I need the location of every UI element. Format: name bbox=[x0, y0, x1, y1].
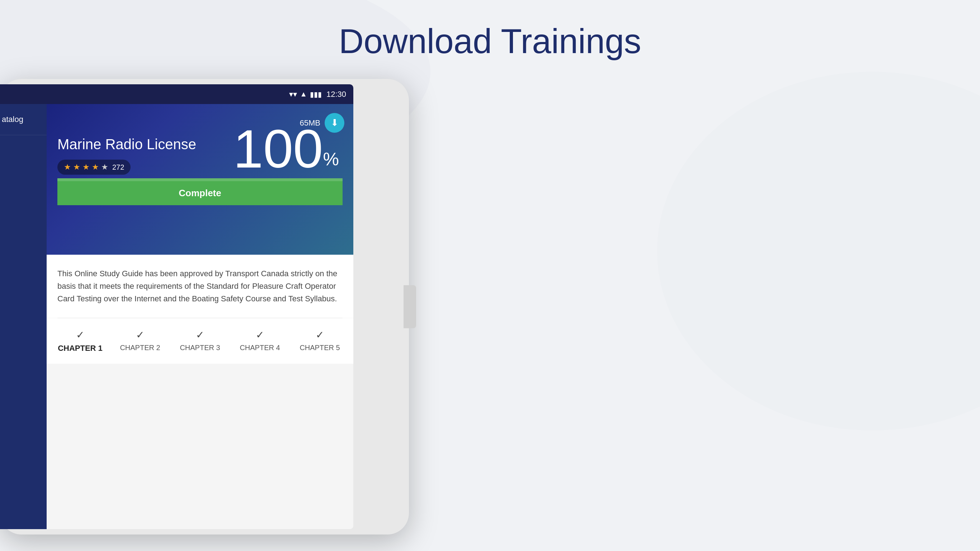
chapter-item-5: ✓ CHAPTER 5 bbox=[290, 329, 350, 353]
percentage-symbol: % bbox=[323, 149, 339, 169]
chapter-3-check: ✓ bbox=[196, 329, 204, 341]
course-description: This Online Study Guide has been approve… bbox=[47, 255, 353, 318]
tablet-container: ▾▾ ▲ ▮▮▮ 12:30 atalog 65MB bbox=[0, 79, 416, 538]
chapter-1-check: ✓ bbox=[76, 329, 84, 341]
tablet-screen: ▾▾ ▲ ▮▮▮ 12:30 atalog 65MB bbox=[0, 84, 353, 529]
chapter-5-label: CHAPTER 5 bbox=[299, 344, 340, 352]
description-text: This Online Study Guide has been approve… bbox=[57, 267, 342, 305]
signal-icon: ▲ bbox=[300, 90, 307, 98]
star-5: ★ bbox=[101, 162, 108, 172]
star-1: ★ bbox=[64, 162, 71, 172]
status-icons: ▾▾ ▲ ▮▮▮ 12:30 bbox=[289, 90, 346, 99]
percentage-number: 100 bbox=[233, 119, 323, 179]
chapter-1-label: CHAPTER 1 bbox=[58, 344, 103, 353]
chapter-item-4: ✓ CHAPTER 4 bbox=[230, 329, 290, 353]
tablet-shell: ▾▾ ▲ ▮▮▮ 12:30 atalog 65MB bbox=[0, 79, 409, 535]
page-title: Download Trainings bbox=[339, 22, 641, 61]
star-4: ★ bbox=[92, 162, 99, 172]
tablet-side-button bbox=[404, 285, 416, 328]
status-bar: ▾▾ ▲ ▮▮▮ 12:30 bbox=[0, 84, 353, 104]
chapter-item-3: ✓ CHAPTER 3 bbox=[170, 329, 230, 353]
chapters-row: ✓ CHAPTER 1 ✓ CHAPTER 2 ✓ CHAPTER 3 ✓ CH… bbox=[47, 318, 353, 364]
chapter-item-2: ✓ CHAPTER 2 bbox=[110, 329, 170, 353]
wifi-icon: ▾▾ bbox=[289, 90, 297, 99]
chapter-2-check: ✓ bbox=[136, 329, 144, 341]
star-2: ★ bbox=[73, 162, 80, 172]
chapter-5-check: ✓ bbox=[316, 329, 324, 341]
rating-badge: ★ ★ ★ ★ ★ 272 bbox=[57, 160, 130, 175]
chapter-item-1: ✓ CHAPTER 1 bbox=[50, 329, 110, 353]
chapter-4-label: CHAPTER 4 bbox=[240, 344, 280, 352]
rating-count: 272 bbox=[112, 163, 124, 172]
bg-decoration-right bbox=[657, 72, 980, 430]
star-3: ★ bbox=[83, 162, 90, 172]
complete-button[interactable]: Complete bbox=[57, 181, 342, 205]
chapter-3-label: CHAPTER 3 bbox=[180, 344, 220, 352]
status-time: 12:30 bbox=[326, 90, 346, 99]
chapter-2-label: CHAPTER 2 bbox=[120, 344, 160, 352]
course-card: 65MB ⬇ Marine Radio License ★ ★ ★ ★ bbox=[47, 104, 353, 255]
main-content: 65MB ⬇ Marine Radio License ★ ★ ★ ★ bbox=[47, 104, 353, 529]
percentage-display: 100% bbox=[233, 122, 339, 176]
sidebar-catalog-item[interactable]: atalog bbox=[0, 104, 47, 135]
battery-icon: ▮▮▮ bbox=[310, 90, 322, 99]
catalog-label: atalog bbox=[2, 115, 23, 124]
chapter-4-check: ✓ bbox=[256, 329, 264, 341]
sidebar-partial: atalog bbox=[0, 104, 47, 529]
